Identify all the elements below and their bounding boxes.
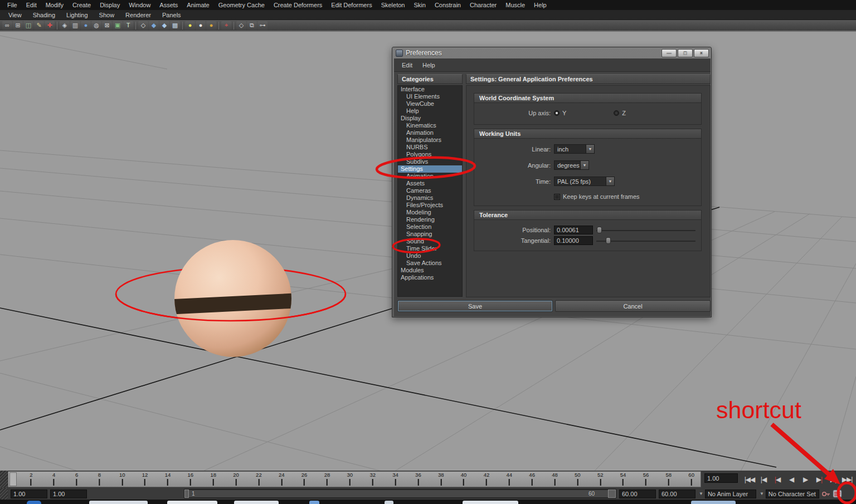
- layout-panes-icon[interactable]: ⧉: [247, 21, 257, 30]
- film-strip-icon[interactable]: ▥: [70, 21, 80, 30]
- taskbar-button[interactable]: [167, 501, 217, 504]
- category-item-settings[interactable]: Settings: [398, 165, 462, 173]
- character-set-caret-icon[interactable]: ▼: [760, 491, 764, 496]
- character-key-icon[interactable]: [821, 490, 831, 498]
- menu-muscle[interactable]: Muscle: [502, 1, 529, 9]
- category-item-undo[interactable]: Undo: [398, 252, 462, 260]
- taskbar-button[interactable]: [463, 501, 518, 504]
- character-set-field[interactable]: No Character Set: [766, 490, 819, 498]
- category-item-animation[interactable]: Animation: [398, 173, 462, 180]
- playback-end-field[interactable]: [619, 490, 656, 498]
- wireframe-cube-icon[interactable]: ◇: [138, 21, 148, 30]
- up-axis-z-radio[interactable]: [614, 110, 619, 116]
- prefs-menu-help[interactable]: Help: [418, 61, 440, 70]
- category-item-kinematics[interactable]: Kinematics: [398, 122, 462, 129]
- category-item-help[interactable]: Help: [398, 107, 462, 115]
- checkered-sphere-icon[interactable]: ▩: [170, 21, 180, 30]
- category-item-snapping[interactable]: Snapping: [398, 231, 462, 238]
- category-item-applications[interactable]: Applications: [398, 274, 462, 281]
- render-region-icon[interactable]: ◍: [91, 21, 101, 30]
- panel-menu-shading[interactable]: Shading: [28, 11, 60, 19]
- taskbar-button[interactable]: [309, 501, 319, 504]
- go-to-start-button[interactable]: |◀◀: [743, 474, 756, 485]
- category-item-dynamics[interactable]: Dynamics: [398, 194, 462, 202]
- linear-dropdown-arrow-icon[interactable]: ▼: [586, 144, 595, 154]
- panel-menu-renderer[interactable]: Renderer: [120, 11, 156, 19]
- maximize-button[interactable]: □: [678, 49, 693, 57]
- render-globe-icon[interactable]: ●: [81, 21, 91, 30]
- range-grip[interactable]: [0, 488, 8, 500]
- panel-menu-view[interactable]: View: [3, 11, 27, 19]
- anim-layer-field[interactable]: No Anim Layer: [705, 490, 756, 498]
- keep-keys-checkbox[interactable]: [554, 194, 560, 200]
- category-item-cameras[interactable]: Cameras: [398, 187, 462, 194]
- go-to-end-button[interactable]: ▶▶|: [841, 474, 853, 485]
- category-item-rendering[interactable]: Rendering: [398, 216, 462, 223]
- category-item-viewcube[interactable]: ViewCube: [398, 100, 462, 107]
- preferences-titlebar[interactable]: Preferences — □ ×: [392, 47, 711, 58]
- category-item-assets[interactable]: Assets: [398, 180, 462, 187]
- category-item-animation[interactable]: Animation: [398, 129, 462, 136]
- category-item-sound[interactable]: Sound: [398, 238, 462, 245]
- tangential-slider[interactable]: [596, 237, 697, 244]
- paint-palette-icon[interactable]: ✎: [34, 21, 44, 30]
- category-item-polygons[interactable]: Polygons: [398, 151, 462, 158]
- animation-end-field[interactable]: [659, 490, 696, 498]
- snap-move-icon[interactable]: ✚: [45, 21, 55, 30]
- category-item-save-actions[interactable]: Save Actions: [398, 260, 462, 267]
- playback-start-field[interactable]: [50, 490, 87, 498]
- taskbar-button[interactable]: [691, 501, 736, 504]
- category-item-nurbs[interactable]: NURBS: [398, 144, 462, 151]
- category-item-ui-elements[interactable]: UI Elements: [398, 93, 462, 100]
- close-button[interactable]: ×: [694, 49, 709, 57]
- category-item-selection[interactable]: Selection: [398, 223, 462, 231]
- menu-modify[interactable]: Modify: [42, 1, 67, 9]
- shaded-cube-icon[interactable]: ◆: [149, 21, 159, 30]
- taskbar-button[interactable]: [385, 501, 393, 504]
- minimize-button[interactable]: —: [662, 49, 677, 57]
- menu-create-deformers[interactable]: Create Deformers: [270, 1, 326, 9]
- save-button[interactable]: Save: [397, 300, 553, 312]
- menu-constrain[interactable]: Constrain: [431, 1, 465, 9]
- time-ruler[interactable]: 2468101214161820222426283032343638404244…: [8, 471, 701, 487]
- panel-menu-panels[interactable]: Panels: [157, 11, 186, 19]
- step-forward-key-button[interactable]: ▶|: [827, 474, 839, 485]
- menu-help[interactable]: Help: [530, 1, 551, 9]
- checker-icon[interactable]: ⊠: [102, 21, 112, 30]
- angular-dropdown[interactable]: degrees ▼: [554, 160, 589, 170]
- play-backwards-button[interactable]: ◀: [785, 474, 797, 485]
- range-slider-bar[interactable]: [185, 490, 615, 497]
- menu-skeleton[interactable]: Skeleton: [377, 1, 409, 9]
- cancel-button[interactable]: Cancel: [555, 300, 711, 312]
- category-item-modules[interactable]: Modules: [398, 267, 462, 274]
- step-back-frame-button[interactable]: |◀: [771, 474, 784, 485]
- texture-t-icon[interactable]: T: [123, 21, 133, 30]
- menu-geometry-cache[interactable]: Geometry Cache: [215, 1, 269, 9]
- menu-edit-deformers[interactable]: Edit Deformers: [327, 1, 376, 9]
- menu-display[interactable]: Display: [96, 1, 124, 9]
- current-time-field[interactable]: [704, 473, 738, 483]
- menu-skin[interactable]: Skin: [410, 1, 429, 9]
- panel-menu-lighting[interactable]: Lighting: [61, 11, 93, 19]
- history-rings-icon[interactable]: ∞: [2, 21, 12, 30]
- current-frame-indicator[interactable]: [9, 472, 17, 486]
- start-orb-icon[interactable]: [27, 501, 41, 504]
- taskbar-button[interactable]: [89, 501, 148, 504]
- category-item-files-projects[interactable]: Files/Projects: [398, 202, 462, 209]
- linear-dropdown[interactable]: inch ▼: [554, 144, 595, 154]
- textured-cube-icon[interactable]: ◆: [159, 21, 169, 30]
- range-slider-track[interactable]: 1 60: [184, 489, 616, 498]
- menu-assets[interactable]: Assets: [155, 1, 182, 9]
- time-dropdown-arrow-icon[interactable]: ▼: [606, 177, 615, 186]
- light-white-icon[interactable]: ●: [196, 21, 206, 30]
- reference-book-icon[interactable]: ◫: [23, 21, 33, 30]
- prefs-menu-edit[interactable]: Edit: [397, 61, 417, 70]
- select-object-marquee-icon[interactable]: ⌖: [221, 21, 231, 30]
- positional-field[interactable]: [554, 226, 593, 234]
- taskbar-button[interactable]: [234, 501, 279, 504]
- menu-create[interactable]: Create: [69, 1, 95, 9]
- category-item-time-slider[interactable]: Time Slider: [398, 245, 462, 252]
- step-back-key-button[interactable]: |◀: [757, 474, 770, 485]
- play-forward-button[interactable]: ▶: [799, 474, 811, 485]
- animation-preferences-icon[interactable]: [833, 490, 842, 498]
